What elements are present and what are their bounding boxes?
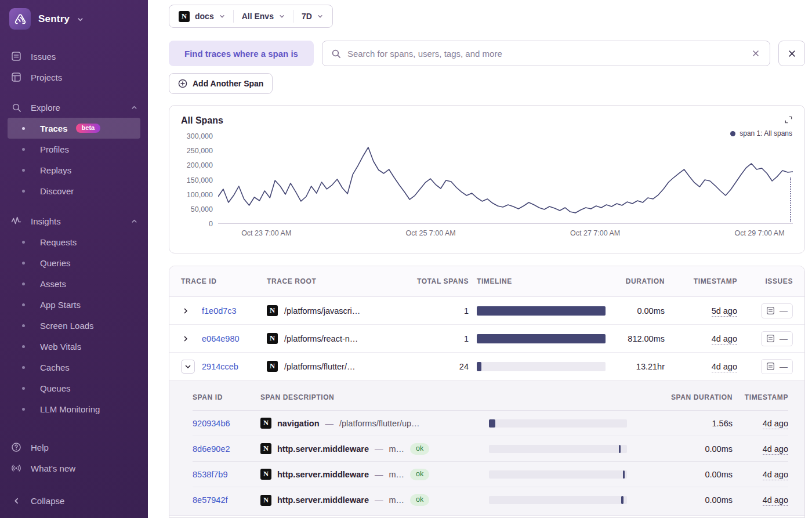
clear-search-icon[interactable] [751,48,761,59]
timeline-track [477,362,606,371]
span-id-link[interactable]: 920934b6 [193,419,230,428]
project-selector[interactable]: N docs [171,5,233,27]
x-axis-label: Oct 25 7:00 AM [406,229,456,237]
col-header-trace-root: TRACE ROOT [267,277,413,285]
add-another-span-button[interactable]: Add Another Span [169,73,273,94]
sidebar-item-llm-monitoring[interactable]: LLM Monitoring [0,399,148,419]
chevron-down-icon [77,16,84,23]
span-search-row: Find traces where a span is [169,41,805,66]
sidebar-item-queries[interactable]: Queries [0,252,148,273]
span-id-link[interactable]: 8d6e90e2 [193,444,230,454]
span-op: http.server.middleware [277,470,369,479]
total-spans-value: 24 [413,362,469,371]
sidebar-section-explore[interactable]: Explore [0,97,148,118]
chevron-down-icon [184,363,191,370]
span-duration-value: 0.00ms [627,444,733,454]
issues-count-placeholder: — [780,306,788,316]
sidebar-item-requests[interactable]: Requests [0,231,148,252]
environment-selector-label: All Envs [242,12,274,21]
sentry-logo-icon [9,8,31,30]
main-content: N docs All Envs 7D Find traces where a s… [148,0,812,518]
separator: — [325,419,334,428]
timestamp-value[interactable]: 4d ago [712,334,737,345]
sidebar-item-projects[interactable]: Projects [0,67,148,88]
environment-selector[interactable]: All Envs [234,5,293,27]
search-input[interactable] [347,49,744,59]
span-timestamp-value[interactable]: 4d ago [763,495,788,506]
span-timestamp-value[interactable]: 4d ago [763,470,788,480]
traces-table: TRACE ID TRACE ROOT TOTAL SPANS TIMELINE… [169,266,805,518]
sidebar-item-queues[interactable]: Queues [0,378,148,399]
sidebar-item-replays[interactable]: Replays [0,160,148,180]
col-header-duration: DURATION [606,277,665,285]
bullet-icon [22,241,25,244]
sidebar-item-label: Caches [40,363,70,372]
collapse-icon [10,497,22,505]
chart-plot-area[interactable] [218,136,793,224]
platform-icon: N [267,361,278,372]
org-switcher[interactable]: Sentry [0,0,148,37]
expand-chart-button[interactable] [783,114,794,125]
total-spans-value: 1 [413,306,469,316]
span-row: 920934b6 N navigation — /platforms/flutt… [193,411,788,436]
sidebar-item-label: Queries [40,258,71,268]
collapse-row-button[interactable] [181,360,195,374]
sidebar-item-what-s-new[interactable]: What's new [0,458,148,479]
sidebar-item-help[interactable]: Help [0,437,148,458]
span-timestamp-value[interactable]: 4d ago [763,444,788,455]
sidebar-item-label: Collapse [31,496,64,506]
platform-icon: N [260,418,271,429]
y-axis-label: 150,000 [187,176,213,185]
span-id-link[interactable]: 8e57942f [193,495,227,505]
brand-name: Sentry [38,13,70,25]
trace-row: e064e980 N /platforms/react-n… 1 812.00m… [169,325,804,353]
chevron-up-icon [131,104,137,111]
sidebar-item-profiles[interactable]: Profiles [0,139,148,160]
sidebar: Sentry Issues Projects Explore Traces be… [0,0,148,518]
close-span-row-button[interactable] [778,41,805,66]
issues-indicator[interactable]: — [761,303,793,318]
issues-icon [10,51,22,61]
date-range-selector[interactable]: 7D [293,5,331,27]
duration-value: 812.00ms [606,334,665,343]
col-header-span-timestamp: TIMESTAMP [733,393,788,401]
sidebar-section-insights[interactable]: Insights [0,211,148,231]
span-duration-value: 0.00ms [627,470,733,479]
status-badge: ok [410,443,429,455]
sidebar-item-issues[interactable]: Issues [0,46,148,67]
span-timeline-track [489,445,627,453]
chart-body: 050,000100,000150,000200,000250,000300,0… [181,136,793,224]
sidebar-item-assets[interactable]: Assets [0,273,148,294]
sidebar-item-traces[interactable]: Traces beta [8,118,140,139]
sidebar-item-collapse[interactable]: Collapse [0,490,148,511]
sidebar-item-app-starts[interactable]: App Starts [0,294,148,315]
issues-count-placeholder: — [780,362,788,371]
span-duration-value: 1.56s [627,419,733,428]
bullet-icon [22,345,25,348]
y-axis-label: 50,000 [191,205,213,214]
sidebar-item-web-vitals[interactable]: Web Vitals [0,336,148,357]
expand-row-button[interactable] [181,334,190,343]
issues-indicator[interactable]: — [761,359,793,374]
trace-id-link[interactable]: e064e980 [202,334,240,343]
expand-row-button[interactable] [181,306,190,316]
separator: — [375,495,383,505]
sidebar-item-screen-loads[interactable]: Screen Loads [0,315,148,336]
sidebar-item-label: What's new [31,463,75,473]
bullet-icon [22,303,25,306]
trace-id-link[interactable]: 2914cceb [202,362,238,371]
span-description: m… [389,444,404,454]
trace-row: f1e0d7c3 N /platforms/javascri… 1 0.00ms… [169,297,804,325]
timestamp-value[interactable]: 4d ago [712,362,737,372]
sidebar-item-label: Queues [40,383,71,393]
issues-indicator[interactable]: — [761,331,793,346]
span-id-link[interactable]: 8538f7b9 [193,470,227,479]
trace-id-link[interactable]: f1e0d7c3 [202,306,237,316]
span-timeline-bar [621,496,623,504]
sidebar-item-discover[interactable]: Discover [0,180,148,201]
timestamp-value[interactable]: 5d ago [712,306,737,317]
sidebar-item-caches[interactable]: Caches [0,357,148,378]
duration-value: 0.00ms [606,306,665,316]
plus-circle-icon [178,79,187,88]
span-timestamp-value[interactable]: 4d ago [763,419,788,429]
